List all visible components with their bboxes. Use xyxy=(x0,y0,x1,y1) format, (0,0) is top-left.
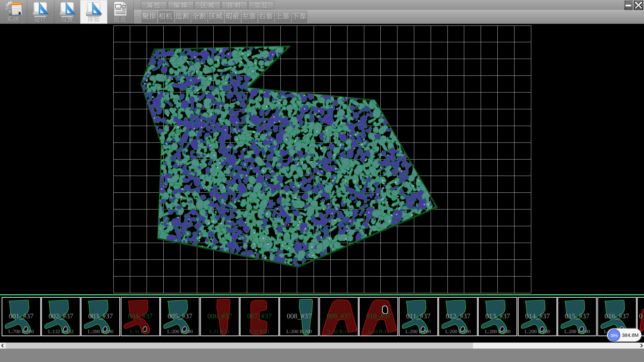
svg-text:38%: 38% xyxy=(610,333,618,337)
